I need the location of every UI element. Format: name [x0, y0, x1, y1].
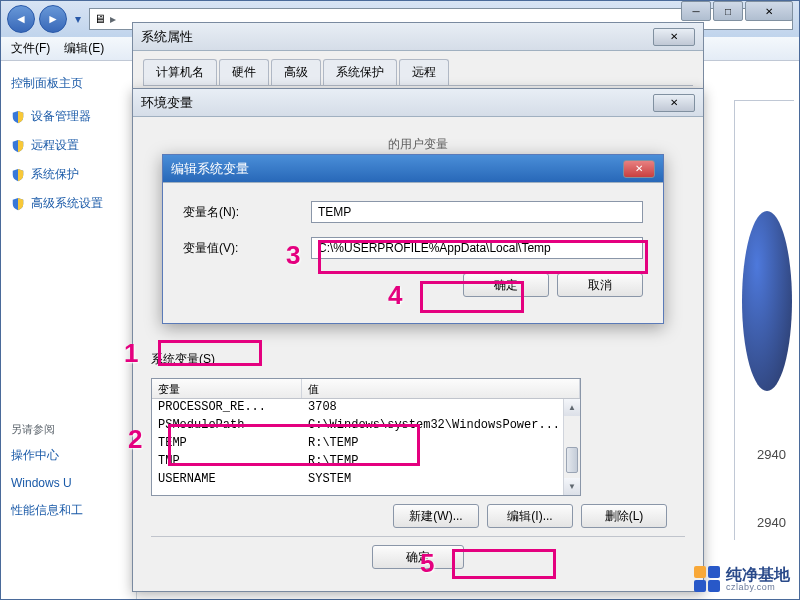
variable-name-input[interactable]	[311, 201, 643, 223]
sidebar-item-protection[interactable]: 系统保护	[1, 160, 136, 189]
tab-computer-name[interactable]: 计算机名	[143, 59, 217, 85]
value-label: 变量值(V):	[183, 240, 311, 257]
link-action-center[interactable]: 操作中心	[1, 441, 136, 470]
table-row[interactable]: PSModulePath C:\Windows\system32\Windows…	[152, 417, 580, 435]
shield-icon	[11, 197, 25, 211]
sysprops-titlebar: 系统属性 ✕	[133, 23, 703, 51]
editvar-close-button[interactable]: ✕	[623, 160, 655, 178]
shield-icon	[11, 168, 25, 182]
nav-back-button[interactable]: ◄	[7, 5, 35, 33]
tab-hardware[interactable]: 硬件	[219, 59, 269, 85]
edit-button[interactable]: 编辑(I)...	[487, 504, 573, 528]
envvars-close-button[interactable]: ✕	[653, 94, 695, 112]
tab-remote[interactable]: 远程	[399, 59, 449, 85]
editvar-title: 编辑系统变量	[171, 160, 623, 178]
table-row[interactable]: PROCESSOR_RE... 3708	[152, 399, 580, 417]
sysprops-tabs: 计算机名 硬件 高级 系统保护 远程	[143, 59, 693, 86]
watermark: 纯净基地 czlaby.com	[694, 566, 790, 592]
envvars-titlebar: 环境变量 ✕	[133, 89, 703, 117]
nav-forward-button[interactable]: ►	[39, 5, 67, 33]
col-header-value[interactable]: 值	[302, 379, 580, 398]
watermark-url: czlaby.com	[726, 583, 790, 592]
variable-value-input[interactable]	[311, 237, 643, 259]
system-vars-list[interactable]: 变量 值 PROCESSOR_RE... 3708 PSModulePath C…	[151, 378, 581, 496]
computer-icon: 🖥	[94, 12, 106, 26]
edit-variable-dialog: 编辑系统变量 ✕ 变量名(N): 变量值(V): 确定 取消	[162, 154, 664, 324]
table-row[interactable]: TMP R:\TEMP	[152, 453, 580, 471]
close-button[interactable]: ✕	[745, 1, 793, 21]
sidebar-item-advanced[interactable]: 高级系统设置	[1, 189, 136, 218]
watermark-text: 纯净基地	[726, 567, 790, 583]
scrollbar[interactable]: ▲ ▼	[563, 399, 580, 495]
sidebar-label: 高级系统设置	[31, 195, 103, 212]
shield-icon	[11, 110, 25, 124]
address-chevron: ▸	[110, 12, 116, 26]
editvar-ok-button[interactable]: 确定	[463, 273, 549, 297]
table-row[interactable]: TEMP R:\TEMP	[152, 435, 580, 453]
editvar-titlebar: 编辑系统变量 ✕	[163, 155, 663, 183]
sidebar-label: 系统保护	[31, 166, 79, 183]
globe-graphic	[742, 211, 792, 391]
scroll-thumb[interactable]	[566, 447, 578, 473]
see-also-heading: 另请参阅	[1, 418, 136, 441]
link-windows-update[interactable]: Windows U	[1, 470, 136, 496]
sidebar-label: 设备管理器	[31, 108, 91, 125]
col-header-name[interactable]: 变量	[152, 379, 302, 398]
scroll-up-button[interactable]: ▲	[564, 399, 580, 416]
tab-advanced[interactable]: 高级	[271, 59, 321, 85]
maximize-button[interactable]: □	[713, 1, 743, 21]
right-panel: 2940 2940	[734, 100, 794, 540]
menu-file[interactable]: 文件(F)	[11, 40, 50, 57]
envvars-title: 环境变量	[141, 94, 653, 112]
stat-2: 2940	[757, 515, 786, 530]
sidebar-heading: 控制面板主页	[1, 71, 136, 102]
envvars-ok-button[interactable]: 确定	[372, 545, 464, 569]
sysprops-title: 系统属性	[141, 28, 653, 46]
nav-dropdown[interactable]: ▾	[71, 8, 85, 30]
sysprops-close-button[interactable]: ✕	[653, 28, 695, 46]
menu-edit[interactable]: 编辑(E)	[64, 40, 104, 57]
link-performance[interactable]: 性能信息和工	[1, 496, 136, 525]
sidebar-label: 远程设置	[31, 137, 79, 154]
scroll-down-button[interactable]: ▼	[564, 478, 580, 495]
stat-1: 2940	[757, 447, 786, 462]
minimize-button[interactable]: ─	[681, 1, 711, 21]
delete-button[interactable]: 删除(L)	[581, 504, 667, 528]
sidebar-item-device-manager[interactable]: 设备管理器	[1, 102, 136, 131]
name-label: 变量名(N):	[183, 204, 311, 221]
shield-icon	[11, 139, 25, 153]
sidebar-item-remote[interactable]: 远程设置	[1, 131, 136, 160]
control-panel-sidebar: 控制面板主页 设备管理器 远程设置 系统保护 高级系统设置 另请参阅 操作中心 …	[1, 61, 137, 599]
list-header: 变量 值	[152, 379, 580, 399]
editvar-cancel-button[interactable]: 取消	[557, 273, 643, 297]
watermark-logo	[694, 566, 720, 592]
new-button[interactable]: 新建(W)...	[393, 504, 479, 528]
system-vars-label: 系统变量(S)	[151, 345, 685, 374]
tab-protection[interactable]: 系统保护	[323, 59, 397, 85]
table-row[interactable]: USERNAME SYSTEM	[152, 471, 580, 489]
